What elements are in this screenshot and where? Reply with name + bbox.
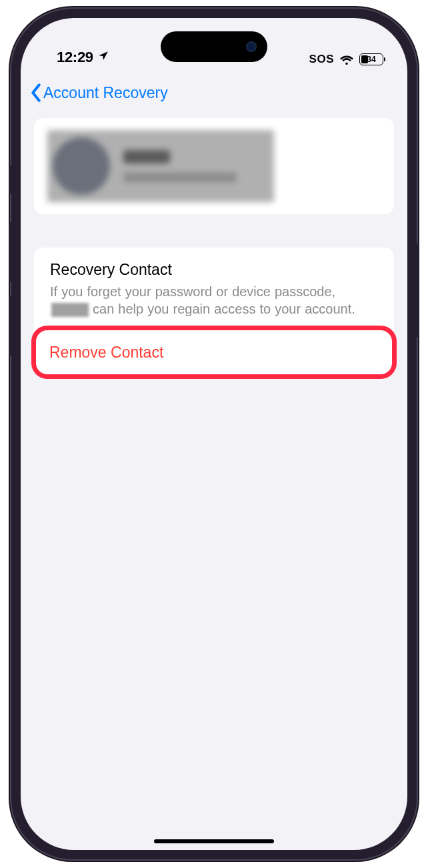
avatar <box>53 137 110 195</box>
redacted-text <box>123 150 237 182</box>
status-left: 12:29 <box>57 49 109 66</box>
section-title: Recovery Contact <box>50 261 378 279</box>
battery-percent: 34 <box>360 55 383 64</box>
volume-down-button <box>9 296 13 356</box>
volume-up-button <box>9 222 13 282</box>
phone-frame: 12:29 SOS 34 <box>11 9 417 859</box>
status-right: SOS 34 <box>309 53 383 66</box>
redacted-name <box>123 150 170 163</box>
wifi-icon <box>339 54 354 65</box>
remove-contact-button[interactable]: Remove Contact <box>49 344 163 362</box>
desc-part1: If you forget your password or device pa… <box>50 284 335 299</box>
contact-card[interactable] <box>34 118 394 214</box>
front-camera <box>246 41 257 52</box>
redacted-contact-info <box>47 130 274 202</box>
sos-text: SOS <box>309 53 334 66</box>
back-button[interactable]: Account Recovery <box>30 83 168 102</box>
content-area: Recovery Contact If you forget your pass… <box>21 118 407 375</box>
recovery-section: Recovery Contact If you forget your pass… <box>34 248 394 375</box>
chevron-left-icon <box>30 83 42 102</box>
home-indicator[interactable] <box>154 839 274 843</box>
phone-screen: 12:29 SOS 34 <box>21 18 407 850</box>
redacted-detail <box>123 173 237 182</box>
battery-icon: 34 <box>359 53 383 65</box>
power-button <box>415 244 419 337</box>
desc-part2: can help you regain access to your accou… <box>93 302 355 316</box>
nav-header: Account Recovery <box>21 70 407 118</box>
redacted-name-inline <box>51 303 89 317</box>
back-label: Account Recovery <box>43 84 168 102</box>
dynamic-island <box>161 31 267 62</box>
silent-switch <box>9 165 13 193</box>
clock-text: 12:29 <box>57 49 93 66</box>
section-description: If you forget your password or device pa… <box>50 283 378 318</box>
location-arrow-icon <box>97 49 109 66</box>
